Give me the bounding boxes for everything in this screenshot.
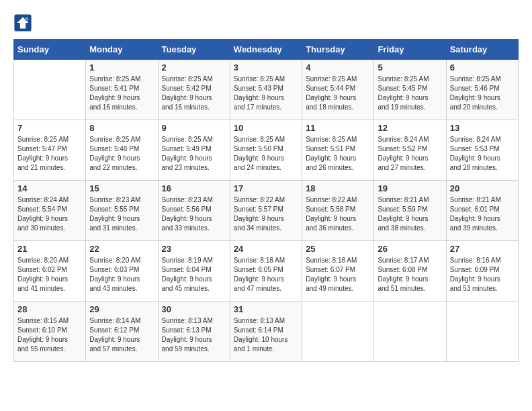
day-number: 28 — [17, 304, 82, 314]
day-info: Sunrise: 8:13 AM Sunset: 6:14 PM Dayligh… — [234, 316, 298, 354]
day-number: 9 — [162, 123, 226, 133]
calendar-cell: 15Sunrise: 8:23 AM Sunset: 5:55 PM Dayli… — [86, 181, 158, 241]
col-header-saturday: Saturday — [446, 40, 518, 60]
day-number: 31 — [234, 304, 298, 314]
calendar-cell — [14, 60, 86, 120]
calendar-cell: 16Sunrise: 8:23 AM Sunset: 5:56 PM Dayli… — [158, 181, 230, 241]
calendar-cell: 13Sunrise: 8:24 AM Sunset: 5:53 PM Dayli… — [446, 120, 518, 181]
calendar-cell: 9Sunrise: 8:25 AM Sunset: 5:49 PM Daylig… — [158, 120, 230, 181]
calendar-cell: 21Sunrise: 8:20 AM Sunset: 6:02 PM Dayli… — [14, 241, 86, 302]
day-info: Sunrise: 8:21 AM Sunset: 5:59 PM Dayligh… — [378, 195, 442, 233]
calendar-cell: 10Sunrise: 8:25 AM Sunset: 5:50 PM Dayli… — [230, 120, 302, 181]
calendar-cell: 31Sunrise: 8:13 AM Sunset: 6:14 PM Dayli… — [230, 302, 302, 362]
calendar-cell: 27Sunrise: 8:16 AM Sunset: 6:09 PM Dayli… — [446, 241, 518, 302]
calendar-cell: 18Sunrise: 8:22 AM Sunset: 5:58 PM Dayli… — [302, 181, 374, 241]
day-info: Sunrise: 8:24 AM Sunset: 5:53 PM Dayligh… — [450, 135, 515, 173]
day-number: 26 — [378, 244, 442, 254]
day-number: 2 — [162, 62, 226, 73]
calendar-week-2: 7Sunrise: 8:25 AM Sunset: 5:47 PM Daylig… — [14, 120, 519, 181]
day-number: 5 — [378, 62, 442, 73]
day-number: 3 — [234, 62, 298, 73]
svg-point-2 — [25, 17, 29, 21]
day-info: Sunrise: 8:18 AM Sunset: 6:07 PM Dayligh… — [306, 256, 370, 293]
calendar-cell: 2Sunrise: 8:25 AM Sunset: 5:42 PM Daylig… — [158, 60, 230, 120]
col-header-monday: Monday — [86, 40, 158, 60]
day-number: 11 — [306, 123, 370, 133]
day-number: 24 — [234, 244, 298, 254]
day-info: Sunrise: 8:25 AM Sunset: 5:49 PM Dayligh… — [162, 135, 226, 173]
day-info: Sunrise: 8:25 AM Sunset: 5:45 PM Dayligh… — [378, 75, 442, 112]
col-header-thursday: Thursday — [302, 40, 374, 60]
day-info: Sunrise: 8:20 AM Sunset: 6:03 PM Dayligh… — [89, 256, 154, 293]
calendar-week-3: 14Sunrise: 8:24 AM Sunset: 5:54 PM Dayli… — [14, 181, 519, 241]
logo-icon — [13, 13, 32, 32]
page-header — [13, 13, 519, 32]
calendar-cell: 22Sunrise: 8:20 AM Sunset: 6:03 PM Dayli… — [86, 241, 158, 302]
day-number: 17 — [234, 183, 298, 193]
day-info: Sunrise: 8:25 AM Sunset: 5:48 PM Dayligh… — [89, 135, 154, 173]
calendar-week-4: 21Sunrise: 8:20 AM Sunset: 6:02 PM Dayli… — [14, 241, 519, 302]
day-number: 20 — [450, 183, 515, 193]
calendar-cell: 30Sunrise: 8:13 AM Sunset: 6:13 PM Dayli… — [158, 302, 230, 362]
calendar-cell: 8Sunrise: 8:25 AM Sunset: 5:48 PM Daylig… — [86, 120, 158, 181]
calendar-week-1: 1Sunrise: 8:25 AM Sunset: 5:41 PM Daylig… — [14, 60, 519, 120]
day-number: 6 — [450, 62, 515, 73]
calendar-cell — [446, 302, 518, 362]
calendar-cell: 26Sunrise: 8:17 AM Sunset: 6:08 PM Dayli… — [374, 241, 446, 302]
day-info: Sunrise: 8:25 AM Sunset: 5:44 PM Dayligh… — [306, 75, 370, 112]
calendar-cell: 24Sunrise: 8:18 AM Sunset: 6:05 PM Dayli… — [230, 241, 302, 302]
day-info: Sunrise: 8:24 AM Sunset: 5:52 PM Dayligh… — [378, 135, 442, 173]
day-number: 22 — [89, 244, 154, 254]
calendar-cell: 7Sunrise: 8:25 AM Sunset: 5:47 PM Daylig… — [14, 120, 86, 181]
calendar-table: SundayMondayTuesdayWednesdayThursdayFrid… — [13, 39, 519, 362]
day-info: Sunrise: 8:25 AM Sunset: 5:43 PM Dayligh… — [234, 75, 298, 112]
calendar-cell: 11Sunrise: 8:25 AM Sunset: 5:51 PM Dayli… — [302, 120, 374, 181]
calendar-week-5: 28Sunrise: 8:15 AM Sunset: 6:10 PM Dayli… — [14, 302, 519, 362]
calendar-cell: 23Sunrise: 8:19 AM Sunset: 6:04 PM Dayli… — [158, 241, 230, 302]
day-info: Sunrise: 8:19 AM Sunset: 6:04 PM Dayligh… — [162, 256, 226, 293]
col-header-tuesday: Tuesday — [158, 40, 230, 60]
day-number: 15 — [89, 183, 154, 193]
day-number: 23 — [162, 244, 226, 254]
calendar-cell: 1Sunrise: 8:25 AM Sunset: 5:41 PM Daylig… — [86, 60, 158, 120]
day-info: Sunrise: 8:23 AM Sunset: 5:55 PM Dayligh… — [89, 195, 154, 233]
col-header-sunday: Sunday — [14, 40, 86, 60]
calendar-cell — [374, 302, 446, 362]
day-number: 10 — [234, 123, 298, 133]
day-info: Sunrise: 8:25 AM Sunset: 5:47 PM Dayligh… — [17, 135, 82, 173]
calendar-cell: 3Sunrise: 8:25 AM Sunset: 5:43 PM Daylig… — [230, 60, 302, 120]
day-info: Sunrise: 8:24 AM Sunset: 5:54 PM Dayligh… — [17, 195, 82, 233]
day-info: Sunrise: 8:22 AM Sunset: 5:57 PM Dayligh… — [234, 195, 298, 233]
day-info: Sunrise: 8:25 AM Sunset: 5:50 PM Dayligh… — [234, 135, 298, 173]
day-number: 16 — [162, 183, 226, 193]
calendar-cell: 14Sunrise: 8:24 AM Sunset: 5:54 PM Dayli… — [14, 181, 86, 241]
calendar-cell: 19Sunrise: 8:21 AM Sunset: 5:59 PM Dayli… — [374, 181, 446, 241]
day-info: Sunrise: 8:14 AM Sunset: 6:12 PM Dayligh… — [89, 316, 154, 354]
calendar-cell: 29Sunrise: 8:14 AM Sunset: 6:12 PM Dayli… — [86, 302, 158, 362]
day-info: Sunrise: 8:23 AM Sunset: 5:56 PM Dayligh… — [162, 195, 226, 233]
col-header-friday: Friday — [374, 40, 446, 60]
calendar-cell: 5Sunrise: 8:25 AM Sunset: 5:45 PM Daylig… — [374, 60, 446, 120]
calendar-header-row: SundayMondayTuesdayWednesdayThursdayFrid… — [14, 40, 519, 60]
day-info: Sunrise: 8:20 AM Sunset: 6:02 PM Dayligh… — [17, 256, 82, 293]
day-number: 12 — [378, 123, 442, 133]
day-info: Sunrise: 8:25 AM Sunset: 5:51 PM Dayligh… — [306, 135, 370, 173]
calendar-cell: 6Sunrise: 8:25 AM Sunset: 5:46 PM Daylig… — [446, 60, 518, 120]
day-info: Sunrise: 8:15 AM Sunset: 6:10 PM Dayligh… — [17, 316, 82, 354]
day-number: 4 — [306, 62, 370, 73]
day-info: Sunrise: 8:18 AM Sunset: 6:05 PM Dayligh… — [234, 256, 298, 293]
col-header-wednesday: Wednesday — [230, 40, 302, 60]
day-number: 7 — [17, 123, 82, 133]
day-info: Sunrise: 8:22 AM Sunset: 5:58 PM Dayligh… — [306, 195, 370, 233]
day-number: 1 — [89, 62, 154, 73]
day-info: Sunrise: 8:25 AM Sunset: 5:42 PM Dayligh… — [162, 75, 226, 112]
day-number: 27 — [450, 244, 515, 254]
calendar-cell: 28Sunrise: 8:15 AM Sunset: 6:10 PM Dayli… — [14, 302, 86, 362]
day-info: Sunrise: 8:25 AM Sunset: 5:41 PM Dayligh… — [89, 75, 154, 112]
day-info: Sunrise: 8:17 AM Sunset: 6:08 PM Dayligh… — [378, 256, 442, 293]
calendar-cell: 4Sunrise: 8:25 AM Sunset: 5:44 PM Daylig… — [302, 60, 374, 120]
day-number: 25 — [306, 244, 370, 254]
day-number: 13 — [450, 123, 515, 133]
day-number: 29 — [89, 304, 154, 314]
day-info: Sunrise: 8:16 AM Sunset: 6:09 PM Dayligh… — [450, 256, 515, 293]
